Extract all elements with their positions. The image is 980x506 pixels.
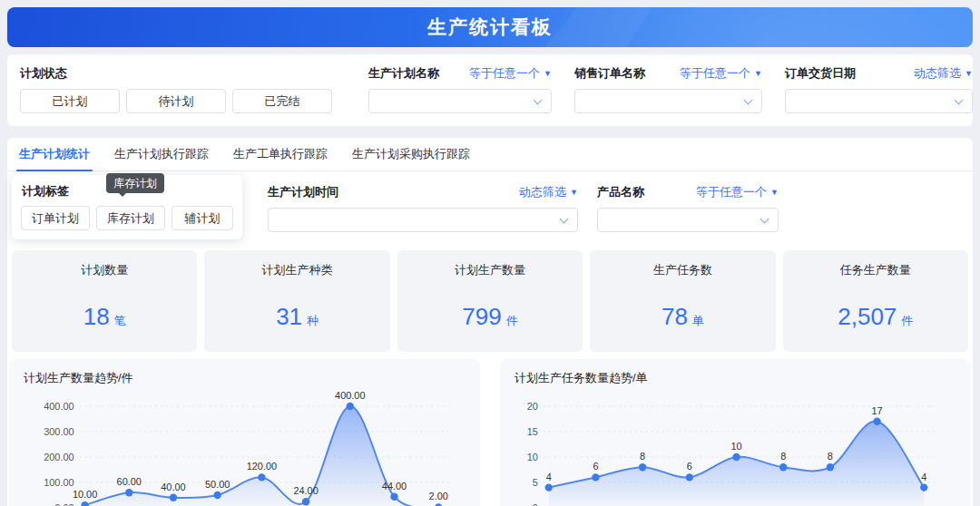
- chevron-down-icon: [760, 215, 769, 224]
- chart-panel-quantity-trend: 计划生产数量趋势/件 0.00100.00200.00300.00400.001…: [9, 359, 480, 506]
- stat-label: 计划生产种类: [204, 262, 389, 278]
- product-name-label: 产品名称: [597, 184, 644, 200]
- stat-value: 78单: [590, 303, 775, 331]
- task-trend-line-chart[interactable]: 05101520468610881742023年05月2023年06月2023年…: [507, 392, 965, 506]
- chart-title: 计划生产任务数量趋势/单: [514, 370, 965, 386]
- operator-text: 动态筛选: [914, 65, 961, 82]
- filter-product-name: 产品名称 等于任意一个▼: [597, 182, 779, 232]
- page-title: 生产统计看板: [427, 15, 553, 40]
- plan-tag-card: 库存计划 计划标签 订单计划 库存计划 辅计划: [12, 175, 242, 239]
- svg-text:120.00: 120.00: [247, 461, 277, 472]
- stat-card-task-count: 生产任务数 78单: [590, 250, 775, 352]
- filter-bar: 计划状态 已计划 待计划 已完结 生产计划名称 等于任意一个▼ 销售订单名称 等…: [7, 54, 973, 126]
- svg-text:20: 20: [527, 401, 538, 412]
- svg-text:6: 6: [687, 461, 692, 472]
- plan-time-select[interactable]: [268, 208, 578, 232]
- svg-text:4: 4: [546, 472, 552, 482]
- chevron-down-icon: [955, 96, 964, 105]
- svg-text:10.00: 10.00: [73, 489, 97, 500]
- stat-label: 任务生产数量: [783, 262, 968, 278]
- delivery-date-select[interactable]: [785, 89, 973, 113]
- chevron-down-icon: [560, 215, 569, 224]
- sales-order-label: 销售订单名称: [574, 65, 645, 82]
- plan-name-operator-link[interactable]: 等于任意一个▼: [469, 65, 552, 82]
- plan-tag-auxiliary[interactable]: 辅计划: [172, 206, 233, 230]
- tab-plan-execution-tracking[interactable]: 生产计划执行跟踪: [114, 138, 209, 170]
- product-name-operator-link[interactable]: 等于任意一个▼: [696, 184, 779, 200]
- caret-down-icon: ▼: [544, 69, 552, 78]
- caret-down-icon: ▼: [754, 69, 762, 78]
- stat-label: 生产任务数: [590, 262, 775, 278]
- stat-cards: 计划数量 18笔 计划生产种类 31种 计划生产数量 799件 生产任务数 78…: [7, 248, 973, 352]
- chart-panel-task-trend: 计划生产任务数量趋势/单 05101520468610881742023年05月…: [500, 359, 971, 506]
- plan-status-option-planned[interactable]: 已计划: [20, 89, 120, 113]
- operator-text: 等于任意一个: [680, 65, 750, 82]
- stat-label: 计划数量: [12, 262, 197, 278]
- tab-bar: 生产计划统计 生产计划执行跟踪 生产工单执行跟踪 生产计划采购执行跟踪: [7, 138, 973, 171]
- filter-plan-name: 生产计划名称 等于任意一个▼: [368, 63, 552, 113]
- stat-label: 计划生产数量: [397, 262, 583, 278]
- plan-status-label: 计划状态: [20, 65, 67, 82]
- tab-workorder-execution-tracking[interactable]: 生产工单执行跟踪: [233, 138, 328, 170]
- svg-text:8: 8: [780, 451, 786, 462]
- plan-name-select[interactable]: [368, 89, 552, 113]
- svg-text:50.00: 50.00: [205, 479, 230, 490]
- svg-text:2.00: 2.00: [429, 491, 448, 501]
- sales-order-select[interactable]: [574, 89, 762, 113]
- operator-text: 动态筛选: [519, 184, 566, 200]
- svg-text:40.00: 40.00: [161, 482, 185, 492]
- sub-filter-row: 库存计划 计划标签 订单计划 库存计划 辅计划 生产计划时间 动态筛选▼ 产品名…: [7, 171, 973, 248]
- plan-tag-order[interactable]: 订单计划: [21, 206, 90, 230]
- tab-purchase-execution-tracking[interactable]: 生产计划采购执行跟踪: [352, 138, 470, 170]
- plan-time-operator-link[interactable]: 动态筛选▼: [519, 184, 578, 200]
- svg-text:5: 5: [533, 477, 538, 488]
- svg-text:400.00: 400.00: [44, 401, 74, 412]
- plan-time-label: 生产计划时间: [268, 184, 338, 200]
- svg-text:0: 0: [533, 502, 538, 506]
- svg-text:100.00: 100.00: [44, 477, 74, 488]
- operator-text: 等于任意一个: [469, 65, 540, 82]
- svg-text:6: 6: [593, 461, 598, 472]
- caret-down-icon: ▼: [570, 188, 578, 197]
- operator-text: 等于任意一个: [696, 184, 767, 200]
- svg-text:24.00: 24.00: [293, 485, 318, 496]
- stat-card-plan-count: 计划数量 18笔: [12, 250, 197, 352]
- stat-value: 2,507件: [783, 303, 968, 331]
- stat-card-task-quantity: 任务生产数量 2,507件: [783, 250, 968, 352]
- tab-plan-statistics[interactable]: 生产计划统计: [19, 138, 90, 170]
- filter-order-delivery-date: 订单交货日期 动态筛选▼: [785, 63, 973, 113]
- quantity-trend-line-chart[interactable]: 0.00100.00200.00300.00400.0010.0060.0040…: [16, 392, 475, 506]
- svg-text:4: 4: [921, 472, 926, 482]
- plan-name-label: 生产计划名称: [368, 65, 439, 82]
- chart-title: 计划生产数量趋势/件: [24, 370, 475, 386]
- svg-text:15: 15: [527, 426, 538, 437]
- plan-status-option-closed[interactable]: 已完结: [232, 89, 332, 113]
- svg-text:44.00: 44.00: [382, 481, 407, 491]
- svg-text:17: 17: [872, 405, 883, 416]
- charts-row: 计划生产数量趋势/件 0.00100.00200.00300.00400.001…: [7, 359, 973, 506]
- main-panel: 生产计划统计 生产计划执行跟踪 生产工单执行跟踪 生产计划采购执行跟踪 库存计划…: [7, 138, 973, 506]
- sales-order-operator-link[interactable]: 等于任意一个▼: [680, 65, 762, 82]
- svg-text:8: 8: [640, 451, 645, 462]
- svg-text:10: 10: [527, 452, 538, 462]
- product-name-select[interactable]: [597, 208, 779, 232]
- svg-text:0.00: 0.00: [54, 502, 74, 506]
- plan-status-option-pending[interactable]: 待计划: [126, 89, 226, 113]
- filter-plan-status: 计划状态 已计划 待计划 已完结: [20, 63, 332, 113]
- plan-tag-tooltip: 库存计划: [106, 173, 164, 193]
- dashboard-header: 生产统计看板: [7, 7, 973, 47]
- delivery-date-operator-link[interactable]: 动态筛选▼: [914, 65, 973, 82]
- filter-sales-order-name: 销售订单名称 等于任意一个▼: [574, 63, 762, 113]
- caret-down-icon: ▼: [770, 188, 779, 197]
- stat-card-plan-quantity: 计划生产数量 799件: [397, 250, 583, 352]
- caret-down-icon: ▼: [965, 69, 973, 78]
- svg-text:200.00: 200.00: [44, 452, 74, 462]
- plan-tag-stock[interactable]: 库存计划: [96, 206, 165, 230]
- svg-text:400.00: 400.00: [335, 392, 365, 401]
- stat-value: 31种: [204, 303, 389, 331]
- svg-text:60.00: 60.00: [117, 476, 142, 487]
- stat-value: 18笔: [12, 303, 197, 331]
- stat-card-plan-variety: 计划生产种类 31种: [204, 250, 389, 352]
- svg-text:300.00: 300.00: [44, 426, 74, 437]
- delivery-date-label: 订单交货日期: [785, 65, 856, 82]
